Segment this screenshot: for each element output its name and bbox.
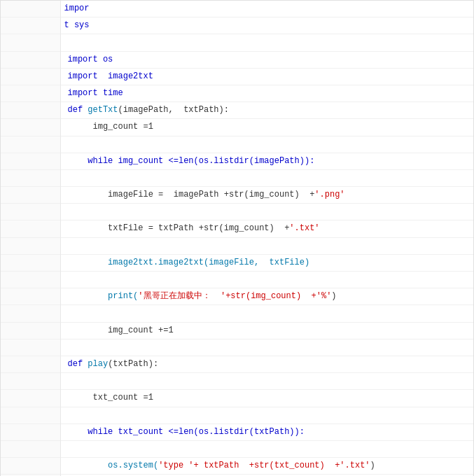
- line-number: [1, 356, 60, 372]
- line-number: [1, 153, 60, 169]
- code-line: img_count +=1: [60, 322, 473, 339]
- table-row: import time: [1, 85, 473, 102]
- line-number: [1, 169, 60, 186]
- code-table: import sys import osimport image2txtimpo…: [1, 1, 473, 476]
- table-row: import image2txt: [1, 68, 473, 85]
- table-row: t sys: [1, 18, 473, 34]
- table-row: img_count +=1: [1, 322, 473, 339]
- code-line: import os: [60, 51, 473, 68]
- table-row: txt_count =1: [1, 390, 473, 407]
- code-line: while img_count <=len(os.listdir(imagePa…: [60, 153, 473, 169]
- code-line: t sys: [60, 18, 473, 34]
- line-number: [1, 34, 60, 51]
- table-row: [1, 373, 473, 390]
- table-row: [1, 34, 473, 51]
- code-line: print('黑哥正在加载中： '+str(img_count) +'%'): [60, 288, 473, 305]
- table-row: [1, 169, 473, 186]
- code-line: [60, 204, 473, 220]
- line-number: [1, 424, 60, 440]
- code-line: [60, 272, 473, 288]
- table-row: [1, 305, 473, 322]
- line-number: [1, 102, 60, 119]
- table-row: [1, 204, 473, 220]
- line-number: [1, 440, 60, 457]
- line-number: [1, 458, 60, 475]
- line-number: [1, 254, 60, 271]
- code-line: os.system('type '+ txtPath +str(txt_coun…: [60, 458, 473, 475]
- line-number: [1, 18, 60, 34]
- code-line: [60, 305, 473, 322]
- line-number: [1, 272, 60, 288]
- table-row: imageFile = imagePath +str(img_count) +'…: [1, 187, 473, 204]
- line-number: [1, 288, 60, 305]
- table-row: while txt_count <=len(os.listdir(txtPath…: [1, 424, 473, 440]
- table-row: [1, 339, 473, 356]
- code-line: [60, 373, 473, 390]
- line-number: [1, 339, 60, 356]
- code-line: def getTxt(imagePath, txtPath):: [60, 102, 473, 119]
- table-row: def play(txtPath):: [1, 356, 473, 372]
- code-line: [60, 237, 473, 254]
- code-line: img_count =1: [60, 119, 473, 136]
- table-row: os.system('type '+ txtPath +str(txt_coun…: [1, 458, 473, 475]
- line-number: [1, 237, 60, 254]
- table-row: impor: [1, 1, 473, 18]
- line-number: [1, 1, 60, 18]
- table-row: txtFile = txtPath +str(img_count) +'.txt…: [1, 220, 473, 237]
- code-line: def play(txtPath):: [60, 356, 473, 372]
- table-row: [1, 237, 473, 254]
- table-row: [1, 272, 473, 288]
- code-line: txt_count =1: [60, 390, 473, 407]
- code-line: while txt_count <=len(os.listdir(txtPath…: [60, 424, 473, 440]
- table-row: img_count =1: [1, 119, 473, 136]
- table-row: print('黑哥正在加载中： '+str(img_count) +'%'): [1, 288, 473, 305]
- code-line: [60, 339, 473, 356]
- table-row: import os: [1, 51, 473, 68]
- code-line: impor: [60, 1, 473, 18]
- line-number: [1, 373, 60, 390]
- line-number: [1, 68, 60, 85]
- line-number: [1, 390, 60, 407]
- table-row: image2txt.image2txt(imageFile, txtFile): [1, 254, 473, 271]
- code-line: [60, 169, 473, 186]
- line-number: [1, 305, 60, 322]
- code-line: [60, 440, 473, 457]
- code-line: txtFile = txtPath +str(img_count) +'.txt…: [60, 220, 473, 237]
- line-number: [1, 407, 60, 424]
- line-number: [1, 322, 60, 339]
- table-row: [1, 407, 473, 424]
- code-line: import time: [60, 85, 473, 102]
- line-number: [1, 85, 60, 102]
- code-line: [60, 136, 473, 153]
- table-row: [1, 136, 473, 153]
- code-line: [60, 407, 473, 424]
- code-line: import image2txt: [60, 68, 473, 85]
- line-number: [1, 51, 60, 68]
- line-number: [1, 204, 60, 220]
- line-number: [1, 220, 60, 237]
- code-editor: import sys import osimport image2txtimpo…: [0, 0, 474, 476]
- line-number: [1, 187, 60, 204]
- code-line: [60, 34, 473, 51]
- table-row: while img_count <=len(os.listdir(imagePa…: [1, 153, 473, 169]
- table-row: def getTxt(imagePath, txtPath):: [1, 102, 473, 119]
- line-number: [1, 136, 60, 153]
- table-row: [1, 440, 473, 457]
- code-line: image2txt.image2txt(imageFile, txtFile): [60, 254, 473, 271]
- code-line: imageFile = imagePath +str(img_count) +'…: [60, 187, 473, 204]
- line-number: [1, 119, 60, 136]
